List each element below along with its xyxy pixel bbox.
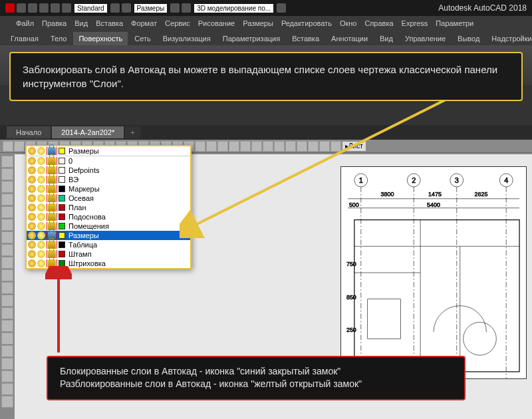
draw-tool-button[interactable] (1, 370, 13, 382)
toolbar-button[interactable] (331, 141, 341, 152)
draw-tool-button[interactable] (1, 396, 13, 408)
draw-tool-button[interactable] (1, 231, 13, 243)
menu-modify[interactable]: Редактировать (281, 19, 332, 27)
refresh-icon[interactable] (110, 3, 120, 13)
toolbar-button[interactable] (240, 141, 251, 152)
menu-view[interactable]: Вид (74, 19, 88, 27)
menu-parametric[interactable]: Параметри (436, 19, 473, 27)
ribbon-tab-addins[interactable]: Надстройки (486, 32, 532, 45)
menu-file[interactable]: Файл (16, 19, 34, 27)
dim-style-selector[interactable]: Размеры (134, 4, 168, 13)
draw-tool-button[interactable] (1, 345, 13, 357)
ribbon-tab-parametric[interactable]: Параметризация (217, 32, 285, 45)
tool-icon[interactable] (170, 3, 180, 13)
ribbon-tab-annotate[interactable]: Аннотации (326, 32, 373, 45)
toolbar-button[interactable] (263, 141, 273, 152)
toolbar-button[interactable] (217, 141, 228, 152)
freeze-icon[interactable] (37, 231, 45, 239)
file-tab-start[interactable]: Начало (7, 126, 51, 138)
tool-icon[interactable] (122, 3, 131, 13)
color-swatch[interactable] (59, 213, 65, 220)
open-icon[interactable] (28, 3, 37, 13)
menu-insert[interactable]: Вставка (96, 19, 123, 27)
menu-help[interactable]: Справка (364, 19, 393, 27)
text-style-selector[interactable]: Standard (74, 4, 107, 13)
lightbulb-icon[interactable] (28, 250, 36, 258)
settings-icon[interactable] (277, 3, 286, 13)
new-tab-button[interactable]: + (125, 126, 140, 138)
freeze-icon[interactable] (37, 166, 45, 174)
toolbar-button[interactable] (14, 141, 25, 152)
color-swatch[interactable] (59, 158, 65, 164)
ribbon-tab-home[interactable]: Главная (5, 32, 44, 45)
draw-tool-button[interactable] (1, 206, 13, 218)
print-icon[interactable] (62, 3, 71, 13)
menu-draw[interactable]: Рисование (198, 19, 235, 27)
color-swatch[interactable] (59, 148, 65, 154)
lightbulb-icon[interactable] (28, 213, 36, 221)
ribbon-tab-insert[interactable]: Вставка (287, 32, 325, 45)
freeze-icon[interactable] (37, 259, 45, 267)
lightbulb-icon[interactable] (28, 231, 36, 239)
undo-icon[interactable] (39, 3, 49, 13)
ribbon-tab-solid[interactable]: Тело (45, 32, 72, 45)
draw-tool-button[interactable] (1, 156, 13, 168)
color-swatch[interactable] (59, 204, 65, 211)
draw-tool-button[interactable] (1, 358, 13, 370)
lightbulb-icon[interactable] (28, 241, 36, 249)
lightbulb-icon[interactable] (28, 204, 36, 211)
lightbulb-icon[interactable] (28, 157, 36, 165)
save-icon[interactable] (17, 3, 26, 13)
freeze-icon[interactable] (37, 157, 45, 165)
lock-open-icon[interactable] (48, 259, 56, 267)
color-swatch[interactable] (59, 186, 65, 192)
toolbar-button[interactable] (274, 141, 285, 152)
ribbon-tab-manage[interactable]: Управление (400, 32, 451, 45)
lightbulb-icon[interactable] (28, 166, 36, 174)
menu-express[interactable]: Express (402, 19, 428, 27)
menu-tools[interactable]: Сервис (165, 19, 190, 27)
color-swatch[interactable] (59, 232, 65, 239)
app-menu-icon[interactable] (5, 3, 15, 13)
toolbar-button[interactable] (297, 141, 307, 152)
menu-format[interactable]: Формат (131, 19, 157, 27)
freeze-icon[interactable] (37, 241, 45, 249)
draw-tool-button[interactable] (1, 383, 13, 395)
tool-icon[interactable] (182, 3, 191, 13)
lightbulb-icon[interactable] (28, 176, 36, 184)
color-swatch[interactable] (59, 251, 65, 257)
sheet-selector[interactable]: ▸ Лист (342, 141, 366, 152)
draw-tool-button[interactable] (1, 244, 13, 256)
toolbar-button[interactable] (285, 141, 296, 152)
draw-tool-button[interactable] (1, 282, 13, 294)
draw-tool-button[interactable] (1, 333, 13, 345)
ribbon-tab-view[interactable]: Вид (374, 32, 398, 45)
freeze-icon[interactable] (37, 213, 45, 221)
layer-row[interactable]: Штриховка (27, 259, 190, 268)
freeze-icon[interactable] (37, 250, 45, 258)
draw-tool-button[interactable] (1, 181, 13, 193)
color-swatch[interactable] (59, 167, 65, 174)
redo-icon[interactable] (51, 3, 60, 13)
toolbar-button[interactable] (206, 141, 217, 152)
menu-dimension[interactable]: Размеры (243, 19, 273, 27)
color-swatch[interactable] (59, 241, 65, 248)
draw-tool-button[interactable] (1, 320, 13, 332)
draw-tool-button[interactable] (1, 307, 13, 319)
draw-tool-button[interactable] (1, 295, 13, 307)
draw-tool-button[interactable] (1, 257, 13, 269)
draw-tool-button[interactable] (1, 219, 13, 231)
ribbon-tab-surface[interactable]: Поверхность (73, 32, 128, 45)
layer-dropdown-list[interactable]: Размеры0DefpointsВЭМаркерыОсеваяПланПодо… (25, 145, 192, 269)
color-swatch[interactable] (59, 223, 65, 229)
toolbar-button[interactable] (3, 141, 13, 152)
color-swatch[interactable] (59, 195, 65, 202)
freeze-icon[interactable] (37, 204, 45, 211)
toolbar-button[interactable] (195, 141, 205, 152)
file-tab-drawing[interactable]: 2014-А-2ап202* (52, 126, 124, 138)
freeze-icon[interactable] (37, 147, 45, 155)
ribbon-tab-output[interactable]: Вывод (452, 32, 485, 45)
lightbulb-icon[interactable] (28, 185, 36, 193)
menu-edit[interactable]: Правка (42, 19, 66, 27)
lightbulb-icon[interactable] (28, 194, 36, 202)
